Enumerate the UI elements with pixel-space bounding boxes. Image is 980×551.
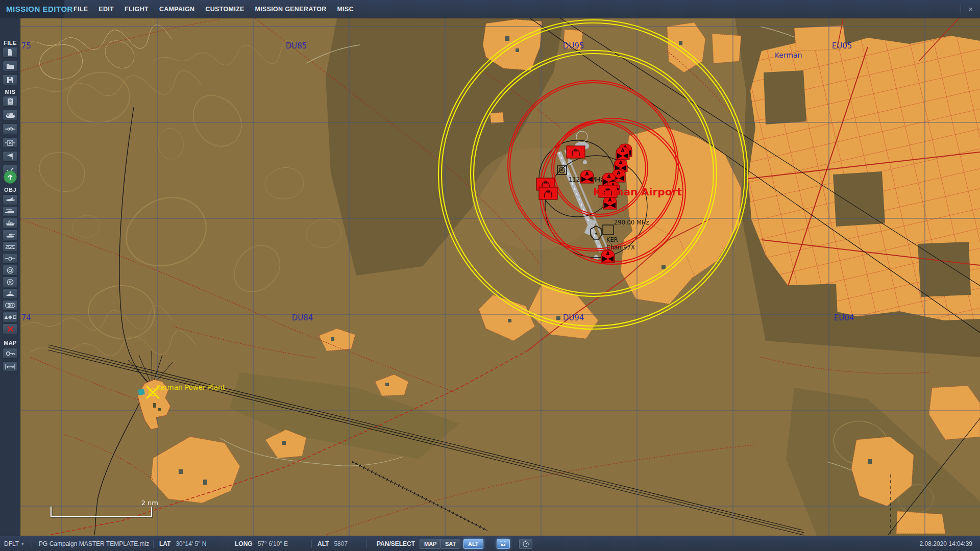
triggers-button[interactable]	[3, 123, 18, 134]
latitude-readout: LAT 30°14' 5" N	[159, 536, 207, 551]
statusbar-separator	[311, 540, 312, 548]
app-title-tab: MISSION EDITOR	[0, 0, 64, 18]
statusbar-separator	[229, 540, 229, 548]
grid-label: EU04	[834, 313, 854, 322]
sam-unit-icon[interactable]	[601, 250, 615, 263]
sam-unit-icon[interactable]	[603, 196, 617, 209]
zone-button[interactable]	[3, 265, 18, 276]
water-pond	[138, 389, 145, 395]
profile-dropdown[interactable]: DFLT ▾	[4, 536, 24, 551]
group-label-mis: MIS	[0, 89, 20, 95]
bridge-truss-icon	[5, 244, 15, 249]
mission-filename: PG Campaign MASTER TEMPLATE.miz	[39, 536, 149, 551]
grid-label: DU85	[286, 41, 307, 51]
statusbar-separator	[153, 540, 154, 548]
ship-button[interactable]	[3, 218, 18, 229]
helicopter-button[interactable]	[3, 206, 18, 217]
dome-icon	[6, 291, 15, 297]
menu-file[interactable]: FILE	[74, 6, 88, 13]
map-viewport[interactable]: A	[20, 18, 980, 536]
group-label-obj: OBJ	[0, 187, 20, 193]
helicopter-icon	[5, 209, 15, 215]
red-x-icon	[7, 326, 14, 332]
ruler-span-icon	[5, 364, 15, 369]
waypoint-icon	[5, 257, 15, 261]
drawing-shapes-button[interactable]	[3, 312, 18, 322]
menu-campaign[interactable]: CAMPAIGN	[159, 6, 195, 13]
templates-button[interactable]	[3, 300, 18, 311]
garrison-unit-icon[interactable]	[539, 187, 557, 199]
linked-rings-icon	[5, 303, 16, 308]
unit-labels-icon	[499, 541, 507, 547]
new-file-icon	[6, 48, 14, 56]
menu-edit[interactable]: EDIT	[99, 6, 114, 13]
mission-editor-window: MISSION EDITOR FILE EDIT FLIGHT CAMPAIGN…	[0, 0, 980, 551]
upload-button[interactable]	[4, 170, 17, 184]
map-mode-button[interactable]: MAP	[420, 536, 441, 551]
shapes-icon	[4, 315, 16, 320]
menu-customize[interactable]: CUSTOMIZE	[205, 6, 244, 13]
chevron-down-icon: ▾	[21, 541, 24, 546]
tank-icon	[5, 233, 15, 238]
power-plant-label: Kerman Power Plant	[156, 383, 225, 391]
menu-bar: MISSION EDITOR FILE EDIT FLIGHT CAMPAIGN…	[0, 0, 980, 18]
longitude-readout: LONG 57° 6'10" E	[235, 536, 288, 551]
flag-icon	[6, 153, 14, 160]
uhf-label: 290.00 MHz	[614, 219, 649, 226]
sam-unit-icon[interactable]	[580, 170, 594, 183]
new-mission-button[interactable]	[3, 47, 18, 58]
clock-icon	[522, 540, 529, 547]
bullseye-button[interactable]	[3, 288, 18, 299]
menu-mission-generator[interactable]: MISSION GENERATOR	[255, 6, 327, 13]
unit-labels-toggle[interactable]	[497, 536, 510, 551]
open-mission-button[interactable]	[3, 61, 18, 71]
airport-name-label: Kerman Airport	[593, 186, 682, 198]
alt-mode-button[interactable]: ALT	[463, 536, 483, 551]
scale-label: 2 nm	[141, 499, 158, 507]
open-folder-icon	[6, 63, 15, 69]
tacan-channel-label: Chan 97X	[606, 244, 635, 251]
grid-label: EU05	[832, 41, 852, 51]
save-mission-button[interactable]	[3, 74, 18, 85]
delete-button[interactable]	[3, 323, 18, 334]
grid-label: 74	[21, 313, 31, 322]
group-label-file: FILE	[0, 40, 20, 46]
main-menus: FILE EDIT FLIGHT CAMPAIGN CUSTOMIZE MISS…	[74, 6, 354, 13]
garrison-unit-icon[interactable]	[567, 146, 585, 158]
grid-label: 75	[21, 41, 31, 51]
city-label: Kerman	[775, 51, 802, 59]
clipboard-icon	[7, 97, 13, 105]
airplane-icon	[5, 197, 15, 203]
exclude-zone-button[interactable]	[3, 277, 18, 287]
map-options-button[interactable]	[3, 348, 18, 359]
static-object-button[interactable]	[3, 241, 18, 252]
waypoint-button[interactable]	[3, 253, 18, 264]
circle-x-icon	[7, 279, 14, 286]
group-label-map: MAP	[0, 340, 20, 346]
tacan-id-label: KER	[606, 236, 618, 243]
time-settings-button[interactable]	[519, 536, 532, 551]
map-canvas[interactable]: A	[20, 18, 980, 536]
airplane-button[interactable]	[3, 194, 18, 205]
profile-value: DFLT	[4, 540, 19, 547]
altitude-readout: ALT 5807	[317, 536, 348, 551]
sam-unit-icon[interactable]	[616, 147, 629, 160]
trigger-zones-button[interactable]	[3, 137, 18, 148]
sat-mode-button[interactable]: SAT	[440, 536, 460, 551]
statusbar-separator	[366, 540, 367, 548]
menu-misc[interactable]: MISC	[337, 6, 354, 13]
close-icon[interactable]: ×	[968, 5, 973, 13]
vehicle-button[interactable]	[3, 230, 18, 240]
ship-icon	[5, 220, 15, 226]
briefing-button[interactable]	[3, 96, 18, 107]
goal-flag-button[interactable]	[3, 151, 18, 162]
weather-button[interactable]	[3, 110, 18, 120]
save-icon	[7, 77, 14, 84]
datetime-readout: 2.08.2020 14:04:39	[920, 536, 972, 551]
grid-label: DU95	[563, 41, 584, 51]
boxed-x-icon	[5, 140, 15, 146]
status-bar: DFLT ▾ PG Campaign MASTER TEMPLATE.miz L…	[0, 536, 980, 551]
grid-label: DU94	[563, 313, 584, 322]
menu-flight[interactable]: FLIGHT	[125, 6, 149, 13]
measure-distance-button[interactable]	[3, 361, 18, 372]
